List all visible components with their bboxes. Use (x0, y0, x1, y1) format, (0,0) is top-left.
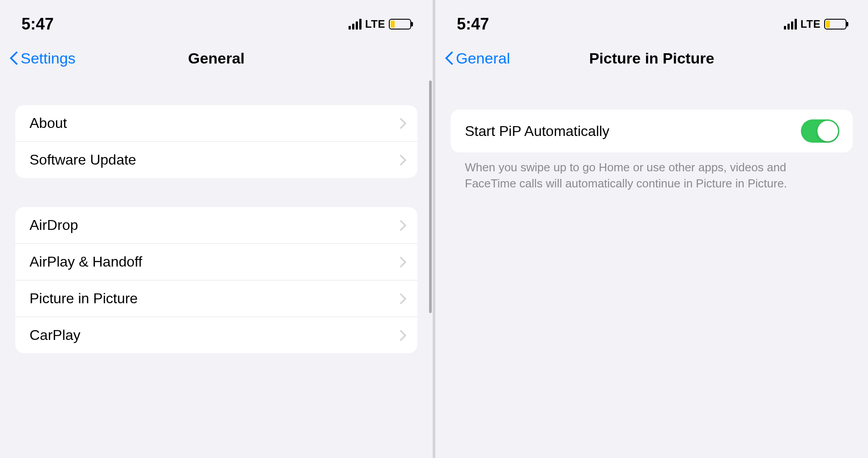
row-picture-in-picture[interactable]: Picture in Picture (15, 280, 417, 317)
row-about[interactable]: About (15, 105, 417, 142)
row-label: CarPlay (30, 327, 81, 344)
row-airdrop[interactable]: AirDrop (15, 207, 417, 244)
page-title: General (188, 50, 245, 67)
row-label: Start PiP Automatically (465, 123, 609, 140)
settings-group-1: About Software Update (15, 105, 417, 178)
battery-icon (389, 19, 411, 30)
toggle-knob (817, 121, 838, 141)
nav-bar: General Picture in Picture (435, 40, 868, 81)
cellular-signal-icon (349, 19, 362, 30)
footer-description: When you swipe up to go Home or use othe… (451, 153, 853, 192)
chevron-left-icon (9, 50, 20, 66)
screen-general: 5:47 LTE Settings General About Software… (0, 0, 433, 458)
settings-group-2: AirDrop AirPlay & Handoff Picture in Pic… (15, 207, 417, 353)
scrollbar[interactable] (429, 81, 432, 313)
row-label: About (30, 115, 67, 131)
row-label: Software Update (30, 152, 136, 168)
chevron-right-icon (397, 118, 404, 129)
row-software-update[interactable]: Software Update (15, 142, 417, 178)
row-start-pip-automatically: Start PiP Automatically (451, 110, 853, 153)
chevron-right-icon (397, 256, 404, 268)
status-time: 5:47 (21, 15, 54, 34)
pip-group: Start PiP Automatically (451, 110, 853, 153)
status-indicators: LTE (784, 18, 847, 30)
chevron-left-icon (444, 50, 455, 66)
content-area: About Software Update AirDrop AirPlay & … (0, 81, 433, 458)
nav-bar: Settings General (0, 40, 433, 81)
status-bar: 5:47 LTE (0, 0, 433, 40)
cellular-signal-icon (784, 19, 797, 30)
battery-fill (391, 21, 395, 28)
chevron-right-icon (397, 293, 404, 305)
back-label: Settings (21, 50, 76, 67)
row-carplay[interactable]: CarPlay (15, 317, 417, 353)
row-label: Picture in Picture (30, 290, 138, 307)
back-label: General (456, 50, 510, 67)
battery-icon (824, 19, 847, 30)
network-label: LTE (800, 18, 821, 30)
screen-pip: 5:47 LTE General Picture in Picture Star… (435, 0, 868, 458)
network-label: LTE (365, 18, 385, 30)
status-bar: 5:47 LTE (435, 0, 868, 40)
back-button[interactable]: Settings (9, 50, 76, 67)
chevron-right-icon (397, 330, 404, 341)
row-airplay-handoff[interactable]: AirPlay & Handoff (15, 244, 417, 280)
chevron-right-icon (397, 220, 404, 231)
page-title: Picture in Picture (589, 50, 715, 67)
status-indicators: LTE (349, 18, 411, 30)
chevron-right-icon (397, 154, 404, 166)
pip-toggle[interactable] (801, 119, 839, 143)
content-area: Start PiP Automatically When you swipe u… (435, 81, 868, 458)
row-label: AirDrop (30, 217, 78, 233)
battery-fill (826, 21, 830, 28)
back-button[interactable]: General (444, 50, 510, 67)
status-time: 5:47 (457, 15, 489, 34)
row-label: AirPlay & Handoff (30, 254, 142, 270)
